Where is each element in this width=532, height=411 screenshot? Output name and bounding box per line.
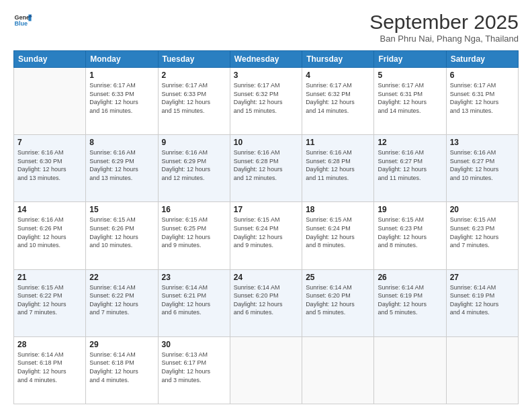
day-info: Sunrise: 6:16 AM Sunset: 6:27 PM Dayligh… — [378, 148, 442, 182]
day-info: Sunrise: 6:13 AM Sunset: 6:17 PM Dayligh… — [162, 351, 226, 384]
day-info: Sunrise: 6:14 AM Sunset: 6:20 PM Dayligh… — [234, 283, 298, 317]
calendar-header-row: SundayMondayTuesdayWednesdayThursdayFrid… — [14, 51, 519, 68]
calendar-cell: 25Sunrise: 6:14 AM Sunset: 6:20 PM Dayli… — [302, 269, 374, 336]
day-info: Sunrise: 6:17 AM Sunset: 6:32 PM Dayligh… — [306, 81, 370, 115]
day-number: 4 — [306, 71, 370, 80]
day-number: 27 — [450, 273, 515, 282]
day-number: 9 — [162, 138, 226, 147]
calendar-week-4: 21Sunrise: 6:15 AM Sunset: 6:22 PM Dayli… — [14, 269, 519, 336]
day-number: 24 — [234, 273, 298, 282]
title-block: September 2025 Ban Phru Nai, Phang Nga, … — [369, 11, 519, 44]
day-info: Sunrise: 6:15 AM Sunset: 6:24 PM Dayligh… — [306, 216, 370, 249]
day-info: Sunrise: 6:15 AM Sunset: 6:24 PM Dayligh… — [234, 216, 298, 249]
calendar-cell — [230, 336, 302, 404]
calendar-cell: 1Sunrise: 6:17 AM Sunset: 6:33 PM Daylig… — [86, 68, 158, 135]
day-info: Sunrise: 6:14 AM Sunset: 6:19 PM Dayligh… — [450, 283, 515, 317]
logo: General Blue — [13, 11, 32, 30]
day-number: 29 — [89, 340, 154, 349]
day-info: Sunrise: 6:16 AM Sunset: 6:28 PM Dayligh… — [306, 148, 370, 182]
day-number: 13 — [450, 138, 515, 147]
day-number: 14 — [17, 205, 82, 214]
day-number: 23 — [162, 273, 226, 282]
day-number: 6 — [450, 71, 515, 80]
day-info: Sunrise: 6:16 AM Sunset: 6:30 PM Dayligh… — [17, 148, 82, 182]
day-info: Sunrise: 6:17 AM Sunset: 6:33 PM Dayligh… — [162, 81, 226, 115]
day-info: Sunrise: 6:15 AM Sunset: 6:22 PM Dayligh… — [17, 283, 82, 317]
calendar-cell: 5Sunrise: 6:17 AM Sunset: 6:31 PM Daylig… — [374, 68, 446, 135]
calendar-cell: 29Sunrise: 6:14 AM Sunset: 6:18 PM Dayli… — [86, 336, 158, 404]
day-header-sunday: Sunday — [14, 51, 86, 68]
svg-text:Blue: Blue — [14, 20, 28, 27]
day-number: 17 — [234, 205, 298, 214]
day-number: 20 — [450, 205, 515, 214]
calendar-cell: 23Sunrise: 6:14 AM Sunset: 6:21 PM Dayli… — [158, 269, 230, 336]
day-info: Sunrise: 6:16 AM Sunset: 6:27 PM Dayligh… — [450, 148, 515, 182]
day-number: 8 — [89, 138, 154, 147]
day-number: 11 — [306, 138, 370, 147]
day-header-tuesday: Tuesday — [158, 51, 230, 68]
day-header-friday: Friday — [374, 51, 446, 68]
calendar-cell: 13Sunrise: 6:16 AM Sunset: 6:27 PM Dayli… — [446, 135, 518, 202]
day-number: 25 — [306, 273, 370, 282]
calendar-cell: 24Sunrise: 6:14 AM Sunset: 6:20 PM Dayli… — [230, 269, 302, 336]
logo-icon: General Blue — [13, 11, 32, 30]
day-number: 26 — [378, 273, 442, 282]
calendar-cell: 18Sunrise: 6:15 AM Sunset: 6:24 PM Dayli… — [302, 202, 374, 269]
day-number: 28 — [17, 340, 82, 349]
day-number: 12 — [378, 138, 442, 147]
day-info: Sunrise: 6:17 AM Sunset: 6:31 PM Dayligh… — [378, 81, 442, 115]
calendar-page: General Blue September 2025 Ban Phru Nai… — [0, 0, 532, 411]
calendar-cell: 8Sunrise: 6:16 AM Sunset: 6:29 PM Daylig… — [86, 135, 158, 202]
day-number: 30 — [162, 340, 226, 349]
calendar-cell: 10Sunrise: 6:16 AM Sunset: 6:28 PM Dayli… — [230, 135, 302, 202]
calendar-cell — [14, 68, 86, 135]
calendar-cell: 12Sunrise: 6:16 AM Sunset: 6:27 PM Dayli… — [374, 135, 446, 202]
calendar-cell: 27Sunrise: 6:14 AM Sunset: 6:19 PM Dayli… — [446, 269, 518, 336]
day-info: Sunrise: 6:16 AM Sunset: 6:29 PM Dayligh… — [162, 148, 226, 182]
day-header-monday: Monday — [86, 51, 158, 68]
day-number: 2 — [162, 71, 226, 80]
day-info: Sunrise: 6:17 AM Sunset: 6:31 PM Dayligh… — [450, 81, 515, 115]
day-info: Sunrise: 6:14 AM Sunset: 6:22 PM Dayligh… — [89, 283, 154, 317]
day-number: 10 — [234, 138, 298, 147]
day-info: Sunrise: 6:15 AM Sunset: 6:26 PM Dayligh… — [89, 216, 154, 249]
calendar-cell: 22Sunrise: 6:14 AM Sunset: 6:22 PM Dayli… — [86, 269, 158, 336]
day-number: 15 — [89, 205, 154, 214]
day-number: 3 — [234, 71, 298, 80]
day-info: Sunrise: 6:15 AM Sunset: 6:25 PM Dayligh… — [162, 216, 226, 249]
month-title: September 2025 — [369, 11, 519, 34]
day-header-saturday: Saturday — [446, 51, 518, 68]
day-info: Sunrise: 6:15 AM Sunset: 6:23 PM Dayligh… — [450, 216, 515, 249]
calendar-cell: 4Sunrise: 6:17 AM Sunset: 6:32 PM Daylig… — [302, 68, 374, 135]
day-number: 19 — [378, 205, 442, 214]
day-info: Sunrise: 6:17 AM Sunset: 6:33 PM Dayligh… — [89, 81, 154, 115]
calendar-cell: 20Sunrise: 6:15 AM Sunset: 6:23 PM Dayli… — [446, 202, 518, 269]
day-info: Sunrise: 6:16 AM Sunset: 6:29 PM Dayligh… — [89, 148, 154, 182]
calendar-cell: 21Sunrise: 6:15 AM Sunset: 6:22 PM Dayli… — [14, 269, 86, 336]
calendar-cell: 3Sunrise: 6:17 AM Sunset: 6:32 PM Daylig… — [230, 68, 302, 135]
calendar-cell: 15Sunrise: 6:15 AM Sunset: 6:26 PM Dayli… — [86, 202, 158, 269]
day-info: Sunrise: 6:16 AM Sunset: 6:26 PM Dayligh… — [17, 216, 82, 249]
calendar-cell: 14Sunrise: 6:16 AM Sunset: 6:26 PM Dayli… — [14, 202, 86, 269]
calendar-cell — [302, 336, 374, 404]
calendar-cell — [446, 336, 518, 404]
day-number: 18 — [306, 205, 370, 214]
calendar-cell — [374, 336, 446, 404]
calendar-cell: 7Sunrise: 6:16 AM Sunset: 6:30 PM Daylig… — [14, 135, 86, 202]
calendar-cell: 19Sunrise: 6:15 AM Sunset: 6:23 PM Dayli… — [374, 202, 446, 269]
calendar-cell: 17Sunrise: 6:15 AM Sunset: 6:24 PM Dayli… — [230, 202, 302, 269]
day-info: Sunrise: 6:14 AM Sunset: 6:20 PM Dayligh… — [306, 283, 370, 317]
calendar-cell: 28Sunrise: 6:14 AM Sunset: 6:18 PM Dayli… — [14, 336, 86, 404]
day-header-thursday: Thursday — [302, 51, 374, 68]
calendar-week-2: 7Sunrise: 6:16 AM Sunset: 6:30 PM Daylig… — [14, 135, 519, 202]
calendar-cell: 6Sunrise: 6:17 AM Sunset: 6:31 PM Daylig… — [446, 68, 518, 135]
calendar-cell: 9Sunrise: 6:16 AM Sunset: 6:29 PM Daylig… — [158, 135, 230, 202]
calendar-week-3: 14Sunrise: 6:16 AM Sunset: 6:26 PM Dayli… — [14, 202, 519, 269]
calendar-cell: 26Sunrise: 6:14 AM Sunset: 6:19 PM Dayli… — [374, 269, 446, 336]
day-header-wednesday: Wednesday — [230, 51, 302, 68]
day-number: 16 — [162, 205, 226, 214]
day-info: Sunrise: 6:14 AM Sunset: 6:18 PM Dayligh… — [17, 351, 82, 384]
day-number: 7 — [17, 138, 82, 147]
day-info: Sunrise: 6:14 AM Sunset: 6:21 PM Dayligh… — [162, 283, 226, 317]
header: General Blue September 2025 Ban Phru Nai… — [13, 11, 519, 44]
